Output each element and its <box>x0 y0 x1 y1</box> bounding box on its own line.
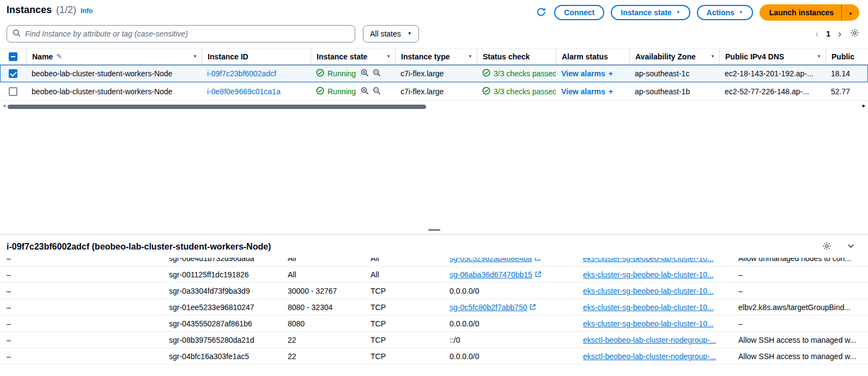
cell-status-check: 3/3 checks passed <box>477 65 556 82</box>
column-header-alarm-status[interactable]: Alarm status <box>556 48 629 64</box>
previous-page-button[interactable]: ‹ <box>815 28 818 40</box>
details-settings-button[interactable] <box>821 240 833 253</box>
instance-id-link[interactable]: i-0e8f0e9669c01ca1a <box>207 87 281 96</box>
source-sg-link[interactable]: sg-0c5fc80b2f7abb750 <box>450 303 527 312</box>
scroll-right-icon[interactable]: ► <box>861 103 866 108</box>
search-box[interactable] <box>7 25 355 43</box>
cell-public-ip: 52.77 <box>825 83 868 100</box>
cell-public-ip: 18.14 <box>825 65 868 82</box>
column-header-public-ip[interactable]: Public <box>825 48 868 64</box>
sort-caret-icon[interactable]: ▼ <box>711 54 715 59</box>
column-header-instance-id[interactable]: Instance ID <box>202 48 311 64</box>
collapse-panel-button[interactable] <box>846 241 856 253</box>
security-group-link[interactable]: eksctl-beobeo-lab-cluster-nodegroup-... <box>583 336 716 344</box>
source-sg-link[interactable]: sg-05c52962ab468e4ba <box>450 258 532 263</box>
sort-caret-icon[interactable]: ▼ <box>193 54 197 59</box>
security-group-link[interactable]: eks-cluster-sg-beobeo-lab-cluster-10... <box>583 303 714 312</box>
table-settings-button[interactable] <box>849 27 860 40</box>
column-header-instance-state[interactable]: Instance state ▼ <box>311 48 395 64</box>
instances-table: Name ✎ ▼ Instance ID Instance state ▼ In… <box>0 48 868 101</box>
row-checkbox[interactable] <box>9 69 17 78</box>
zoom-out-icon[interactable] <box>373 87 381 96</box>
row-checkbox[interactable] <box>9 87 17 96</box>
security-rule-row[interactable]: – sgr-08b397565280da21d 22 TCP ::/0 eksc… <box>0 332 868 348</box>
source-sg-link[interactable]: sg-06aba36d67470bb15 <box>450 270 532 279</box>
security-rule-row[interactable]: – sgr-04bfc16a303fe1ac5 22 TCP 0.0.0.0/0… <box>0 348 868 365</box>
cell-alarm-status: View alarms + <box>556 65 629 82</box>
view-alarms-link[interactable]: View alarms <box>561 69 605 78</box>
security-rule-row[interactable]: – sgr-0a3304fd73f9ba3d9 30000 - 32767 TC… <box>0 283 868 299</box>
protocol: TCP <box>365 319 444 328</box>
column-header-instance-type[interactable]: Instance type ▼ <box>395 48 477 64</box>
add-alarm-icon[interactable]: + <box>609 87 613 96</box>
caret-down-icon: ▼ <box>739 10 743 15</box>
sort-caret-icon[interactable]: ▼ <box>468 54 472 59</box>
security-rule-row[interactable]: – sgr-001125ff1dc191826 All All sg-06aba… <box>0 266 868 283</box>
security-rule-row[interactable]: – sgr-0de4d1b732d96dada All All sg-05c52… <box>0 258 868 266</box>
port-range: 22 <box>282 352 365 361</box>
scroll-left-icon[interactable]: ◄ <box>2 103 7 108</box>
check-circle-icon <box>316 87 324 96</box>
info-link[interactable]: Info <box>81 7 93 15</box>
launch-instances-button[interactable]: Launch instances <box>760 4 841 21</box>
protocol: TCP <box>365 287 444 295</box>
instance-id-link[interactable]: i-09f7c23bf6002adcf <box>207 69 276 78</box>
rule-description: – <box>733 287 868 295</box>
sort-caret-icon[interactable]: ▼ <box>817 54 821 59</box>
rule-id: sgr-0a3304fd73f9ba3d9 <box>163 287 282 295</box>
zoom-in-icon[interactable] <box>361 87 369 96</box>
cell-name: beobeo-lab-cluster-student-workers-Node <box>26 65 202 82</box>
rule-description: Allow SSH access to managed w... <box>733 336 868 344</box>
next-page-button[interactable]: › <box>838 28 841 40</box>
security-group-link[interactable]: eks-cluster-sg-beobeo-lab-cluster-10... <box>583 270 714 279</box>
security-group-link[interactable]: eks-cluster-sg-beobeo-lab-cluster-10... <box>583 258 714 263</box>
split-panel-resize-handle[interactable] <box>428 229 440 231</box>
rule-id: sgr-0435550287af861b6 <box>163 319 282 328</box>
view-alarms-link[interactable]: View alarms <box>561 87 605 96</box>
source-cidr: 0.0.0.0/0 <box>444 352 578 361</box>
instance-row[interactable]: beobeo-lab-cluster-student-workers-Node … <box>0 65 868 83</box>
rule-description: Allow unmanaged nodes to con... <box>733 258 868 263</box>
select-all-checkbox[interactable] <box>9 52 17 61</box>
select-all-cell <box>0 48 26 64</box>
column-header-public-dns[interactable]: Public IPv4 DNS ▼ <box>719 48 825 64</box>
instance-row[interactable]: beobeo-lab-cluster-student-workers-Node … <box>0 83 868 101</box>
check-circle-icon <box>482 87 490 96</box>
security-group-link[interactable]: eksctl-beobeo-lab-cluster-nodegroup-... <box>583 352 716 361</box>
search-icon <box>13 29 21 39</box>
connect-button[interactable]: Connect <box>554 5 604 20</box>
port-range: All <box>282 270 365 279</box>
column-header-name[interactable]: Name ✎ ▼ <box>26 48 202 64</box>
add-alarm-icon[interactable]: + <box>609 69 613 78</box>
cell-instance-state: Running <box>311 83 395 100</box>
security-rule-row[interactable]: – sgr-01ee5233e96810247 8080 - 32304 TCP… <box>0 299 868 316</box>
zoom-out-icon[interactable] <box>373 69 381 78</box>
current-page-button[interactable]: 1 <box>826 29 830 38</box>
zoom-in-icon[interactable] <box>361 69 369 78</box>
rule-description: Allow SSH access to managed w... <box>733 352 868 361</box>
instance-state-button[interactable]: Instance state ▼ <box>611 5 690 20</box>
security-group-link[interactable]: eks-cluster-sg-beobeo-lab-cluster-10... <box>583 287 714 295</box>
search-input[interactable] <box>25 29 349 38</box>
scrollbar-thumb[interactable] <box>8 105 426 109</box>
protocol: TCP <box>365 336 444 344</box>
cell-name: beobeo-lab-cluster-student-workers-Node <box>26 83 202 100</box>
cell-availability-zone: ap-southeast-1c <box>629 65 719 82</box>
cell-instance-type: c7i-flex.large <box>395 65 477 82</box>
state-filter-dropdown[interactable]: All states ▼ <box>363 25 419 43</box>
port-range: 8080 <box>282 319 365 328</box>
port-range: 8080 - 32304 <box>282 303 365 312</box>
column-header-availability-zone[interactable]: Availability Zone ▼ <box>629 48 719 64</box>
sort-caret-icon[interactable]: ▼ <box>386 54 391 59</box>
actions-button[interactable]: Actions ▼ <box>697 5 753 20</box>
gear-icon <box>822 241 831 252</box>
column-header-status-check[interactable]: Status check <box>477 48 556 64</box>
launch-instances-dropdown[interactable]: ▼ <box>841 4 859 21</box>
security-rule-row[interactable]: – sgr-0435550287af861b6 8080 TCP 0.0.0.0… <box>0 316 868 332</box>
rule-description: elbv2.k8s.aws/targetGroupBind... <box>733 303 868 312</box>
details-header: i-09f7c23bf6002adcf (beobeo-lab-cluster-… <box>0 235 868 258</box>
security-group-link[interactable]: eks-cluster-sg-beobeo-lab-cluster-10... <box>583 319 714 328</box>
refresh-button[interactable] <box>535 5 548 20</box>
rule-id: sgr-08b397565280da21d <box>163 336 282 344</box>
protocol: All <box>365 258 444 263</box>
